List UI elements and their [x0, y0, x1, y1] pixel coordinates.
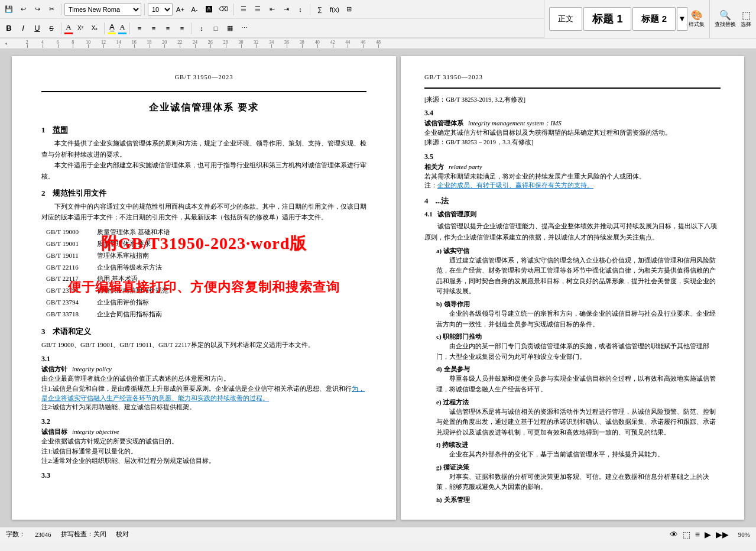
- highlight-color-button[interactable]: A̲: [108, 22, 116, 34]
- section2-heading: 规范性引用文件: [53, 188, 106, 199]
- term34-def: 企业确定其诚信方针和诚信目标以及为获得期望的结果确定其过程和所需资源的活动。: [424, 128, 721, 138]
- cut-button[interactable]: ✂: [45, 3, 58, 16]
- find-select-area: 🔍 查找替换 ⬚ 选择: [710, 0, 756, 38]
- sort-button[interactable]: ↕: [294, 3, 307, 16]
- view-mode-button2[interactable]: ⬚: [683, 530, 690, 539]
- term31-number: 3.1: [41, 355, 366, 364]
- list-unordered-button[interactable]: ☰: [237, 3, 250, 16]
- superscript-button[interactable]: X²: [74, 22, 87, 35]
- view-mode-button5[interactable]: ▶▶: [716, 530, 729, 539]
- section4-number: 4: [424, 196, 429, 206]
- view-mode-button3[interactable]: ≡: [695, 530, 700, 539]
- section2-number: 2: [41, 189, 46, 198]
- item-g-text: 对事实、证据和数据的分析可使决策更加客观、可信。建立在数据和信息分析基础之上的决…: [436, 472, 721, 492]
- term31-name: 诚信方针: [41, 365, 67, 374]
- align-right-button[interactable]: ≡: [161, 22, 174, 35]
- font-size-increase-button[interactable]: A+: [174, 3, 187, 16]
- underline-button[interactable]: U: [31, 22, 44, 35]
- term35-number: 3.5: [424, 153, 721, 161]
- term34-number: 3.4: [424, 109, 721, 118]
- item-a-text: 通过建立诚信管理体系，将诚实守信的理念纳入企业核心价值观，加强诚信管理和信用风险…: [436, 255, 721, 297]
- line-spacing-button[interactable]: ↕: [195, 22, 208, 35]
- overlay-main-text: 附GB/T31950-2023·word版: [101, 232, 307, 255]
- subscript-button[interactable]: X₂: [88, 22, 101, 35]
- separator6: [104, 22, 105, 34]
- section4-heading: ...法: [436, 196, 449, 206]
- style-normal-button[interactable]: 正文: [549, 7, 582, 31]
- term34-english: integrity management system；IMS: [468, 119, 562, 128]
- table-insert-button[interactable]: ⊞: [343, 3, 356, 16]
- term32-def: 企业依据诚信方针规定的所要实现的诚信目的。: [41, 436, 366, 447]
- list-item: GB/T 33718企业合同信用指标指南: [46, 309, 366, 320]
- overlay-sub-text: 便于编辑直接打印、方便内容复制和搜索查询: [68, 278, 340, 296]
- format-clear-button[interactable]: 🅰: [202, 3, 215, 16]
- item-f-block: f) 持续改进 企业在其内外部条件的变化下，基于当前诚信管理水平，持续提升其能力…: [424, 440, 721, 460]
- more-button[interactable]: ⋯: [238, 22, 251, 35]
- align-center-button[interactable]: ≡: [147, 22, 160, 35]
- item-c-text: 由企业内的某一部门专门负责诚信管理体系的实施，或者将诚信管理的职能赋予其他管理部…: [436, 341, 721, 362]
- section33-num: 3.3: [41, 471, 366, 480]
- redo-button[interactable]: ↪: [31, 3, 44, 16]
- font-color-button[interactable]: A: [64, 22, 73, 34]
- item-f-text: 企业在其内外部条件的变化下，基于当前诚信管理水平，持续提升其能力。: [436, 449, 721, 460]
- proofread-label: 校对: [116, 530, 129, 539]
- term35-note-highlight: 企业的成员、有转于吸引、赢得和保存有关方的支持。: [437, 182, 593, 189]
- style-gallery-button[interactable]: 🎨 样式集: [689, 9, 705, 28]
- term32-note2: 注2:通常对企业的组织职能、层次和过程分别规定诚信目标。: [41, 456, 366, 466]
- item-d-heading: d) 全员参与: [436, 365, 721, 374]
- section1-para2: 本文件适用于企业内部建立和实施诚信管理体系，也可用于指导行业组织和第三方机构对诚…: [41, 160, 366, 181]
- view-mode-button1[interactable]: 👁: [670, 530, 678, 539]
- term35-name: 相关方: [424, 163, 444, 171]
- border-button[interactable]: □: [209, 22, 222, 35]
- style-dropdown-button[interactable]: ▼: [677, 7, 687, 31]
- eraser-button[interactable]: ⌫: [216, 3, 231, 16]
- text-bg-color-button[interactable]: A: [118, 22, 126, 34]
- term31-def: 由企业最高管理者就企业的诚信价值正式表述的总体意图和方向。: [41, 374, 366, 384]
- section41-heading: 诚信管理原则: [437, 210, 476, 219]
- style-h1-button[interactable]: 标题 1: [583, 7, 631, 31]
- save-button[interactable]: 💾: [2, 3, 15, 16]
- separator2: [144, 4, 145, 15]
- align-left-button[interactable]: ≡: [133, 22, 146, 35]
- word-count-value: 23046: [35, 531, 51, 538]
- separator3: [233, 4, 234, 15]
- term-35-block: 3.5 相关方 related party 若其需求和期望未能满足，将对企业的持…: [424, 153, 721, 190]
- section4-block: 4 ...法 4.1 诚信管理原则 诚信管理以提升企业诚信管理能力、提高企业整体…: [424, 196, 721, 504]
- insert-button[interactable]: ∑: [313, 3, 326, 16]
- italic-button[interactable]: I: [17, 22, 30, 35]
- toolbar: 💾 ↩ ↪ ✂ Times New Roma 10 A+ A- 🅰 ⌫ ☰: [0, 0, 756, 38]
- status-bar: 字数： 23046 拼写检查：关闭 校对 👁 ⬚ ≡ ▶ ▶▶ 90%: [0, 527, 756, 541]
- section41-number: 4.1: [424, 210, 433, 218]
- indent-increase-button[interactable]: ⇥: [280, 3, 293, 16]
- style-h2-button[interactable]: 标题 2: [632, 7, 676, 31]
- term32-name: 诚信目标: [41, 427, 67, 436]
- term34-name: 诚信管理体系: [424, 119, 463, 128]
- spell-check-status: 拼写检查：关闭: [61, 530, 106, 539]
- formula-button[interactable]: f(x): [327, 3, 342, 16]
- strikethrough-button[interactable]: S: [45, 22, 58, 35]
- separator4: [310, 4, 310, 15]
- section1-number: 1: [41, 125, 46, 135]
- shading-button[interactable]: ▦: [223, 22, 236, 35]
- bold-button[interactable]: B: [2, 22, 15, 35]
- item-g-block: g) 循证决策 对事实、证据和数据的分析可使决策更加客观、可信。建立在数据和信息…: [424, 463, 721, 492]
- select-button[interactable]: ⬚ 选择: [741, 9, 751, 28]
- font-size-decrease-button[interactable]: A-: [188, 3, 201, 16]
- find-replace-button[interactable]: 🔍 查找替换: [715, 9, 736, 28]
- ruler: ◂ (function(){ var ruler = document.quer…: [0, 38, 756, 49]
- list-item: GB/T 22116企业信用等级表示方法: [46, 262, 366, 274]
- list-ordered-button[interactable]: ☰: [251, 3, 264, 16]
- section3-number: 3: [41, 327, 46, 336]
- item-b-heading: b) 领导作用: [436, 300, 721, 309]
- align-justify-button[interactable]: ≡: [176, 22, 189, 35]
- undo-button[interactable]: ↩: [17, 3, 30, 16]
- item-e-text: 诚信管理体系是将与诚信相关的资源和活动作为过程进行管理，从诚信风险预警、防范、控…: [436, 407, 721, 438]
- item-h-heading: h) 关系管理: [436, 495, 721, 504]
- view-mode-button4[interactable]: ▶: [705, 530, 711, 539]
- item-g-heading: g) 循证决策: [436, 463, 721, 472]
- font-size-select[interactable]: 10: [148, 3, 173, 16]
- separator1: [61, 4, 61, 15]
- left-document-page: GB/T 31950—2023 企业诚信管理体系 要求 1 范围 本文件提供了企…: [12, 56, 396, 520]
- indent-decrease-button[interactable]: ⇤: [265, 3, 278, 16]
- font-name-select[interactable]: Times New Roma: [64, 3, 141, 16]
